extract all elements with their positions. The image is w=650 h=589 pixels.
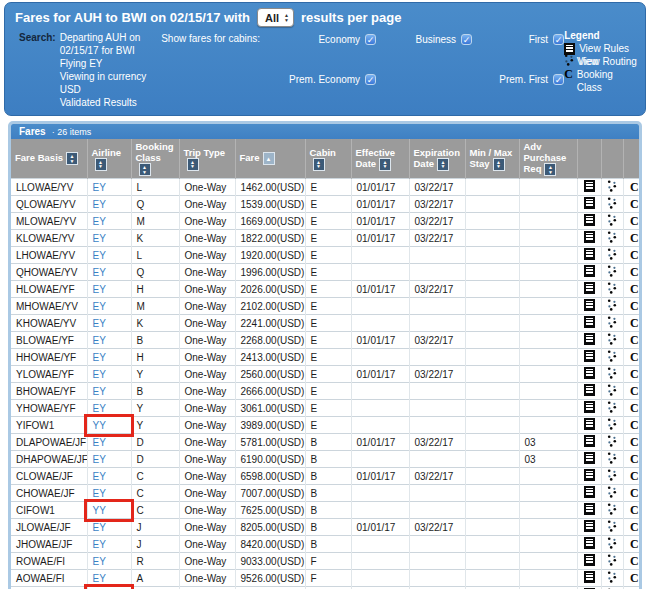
cell-airline[interactable]: EY: [87, 179, 131, 196]
col-expiration-date[interactable]: Expiration Date▲▼: [409, 139, 465, 179]
cell-airline[interactable]: EY: [87, 553, 131, 570]
view-routing-button[interactable]: [601, 230, 623, 247]
cell-airline[interactable]: EY: [87, 400, 131, 417]
cell-airline[interactable]: EY: [87, 332, 131, 349]
view-rules-button[interactable]: [577, 213, 601, 230]
col-cabin[interactable]: Cabin▲▼: [305, 139, 351, 179]
view-booking-class-button[interactable]: C: [623, 315, 642, 332]
cabin-business-checkbox[interactable]: [461, 34, 472, 45]
cabin-first[interactable]: First: [472, 32, 564, 46]
view-routing-button[interactable]: [601, 315, 623, 332]
cell-airline[interactable]: EY: [87, 213, 131, 230]
view-routing-button[interactable]: [601, 298, 623, 315]
view-rules-button[interactable]: [577, 519, 601, 536]
view-routing-button[interactable]: [601, 383, 623, 400]
view-rules-button[interactable]: [577, 485, 601, 502]
cell-airline[interactable]: EY: [87, 298, 131, 315]
view-routing-button[interactable]: [601, 400, 623, 417]
col-effective-date[interactable]: Effective Date▲▼: [351, 139, 409, 179]
col-airline[interactable]: Airline▲▼: [87, 139, 131, 179]
view-booking-class-button[interactable]: C: [623, 451, 642, 468]
view-routing-button[interactable]: [601, 264, 623, 281]
view-routing-button[interactable]: [601, 536, 623, 553]
cabin-business[interactable]: Business: [376, 32, 472, 46]
view-routing-button[interactable]: [601, 434, 623, 451]
view-routing-button[interactable]: [601, 570, 623, 587]
cabin-first-checkbox[interactable]: [553, 34, 564, 45]
view-booking-class-button[interactable]: C: [623, 332, 642, 349]
view-booking-class-button[interactable]: C: [623, 247, 642, 264]
view-rules-button[interactable]: [577, 366, 601, 383]
cell-airline[interactable]: EY: [87, 196, 131, 213]
view-rules-button[interactable]: [577, 553, 601, 570]
sort-icon[interactable]: ▲▼: [544, 163, 556, 176]
cabin-economy-checkbox[interactable]: [365, 34, 376, 45]
view-routing-button[interactable]: [601, 553, 623, 570]
view-routing-button[interactable]: [601, 451, 623, 468]
view-booking-class-button[interactable]: C: [623, 264, 642, 281]
cabin-prem-first-checkbox[interactable]: [553, 74, 564, 85]
col-min-max-stay[interactable]: Min / Max Stay▲▼: [465, 139, 519, 179]
view-routing-button[interactable]: [601, 332, 623, 349]
cell-airline[interactable]: YY: [87, 502, 131, 519]
view-booking-class-button[interactable]: C: [623, 434, 642, 451]
view-routing-button[interactable]: [601, 196, 623, 213]
results-per-page-select[interactable]: All ▲▼: [257, 8, 294, 27]
view-booking-class-button[interactable]: C: [623, 196, 642, 213]
sort-icon[interactable]: ▲▼: [187, 158, 199, 171]
view-booking-class-button[interactable]: C: [623, 468, 642, 485]
view-booking-class-button[interactable]: C: [623, 281, 642, 298]
view-rules-button[interactable]: [577, 417, 601, 434]
cell-airline[interactable]: EY: [87, 519, 131, 536]
view-rules-button[interactable]: [577, 570, 601, 587]
view-booking-class-button[interactable]: C: [623, 536, 642, 553]
view-booking-class-button[interactable]: C: [623, 400, 642, 417]
cell-airline[interactable]: EY: [87, 536, 131, 553]
view-booking-class-button[interactable]: C: [623, 349, 642, 366]
cell-airline[interactable]: EY: [87, 383, 131, 400]
cell-airline[interactable]: EY: [87, 349, 131, 366]
sort-icon[interactable]: ▲▼: [139, 163, 151, 176]
view-rules-button[interactable]: [577, 281, 601, 298]
cell-airline[interactable]: EY: [87, 468, 131, 485]
view-routing-button[interactable]: [601, 502, 623, 519]
view-rules-button[interactable]: [577, 383, 601, 400]
view-rules-button[interactable]: [577, 179, 601, 196]
col-fare[interactable]: Fare▲: [235, 139, 305, 179]
view-routing-button[interactable]: [601, 485, 623, 502]
cell-airline[interactable]: EY: [87, 264, 131, 281]
view-rules-button[interactable]: [577, 451, 601, 468]
cabin-prem-first[interactable]: Prem. First: [472, 72, 564, 86]
sort-icon[interactable]: ▲▼: [437, 158, 449, 171]
view-booking-class-button[interactable]: C: [623, 485, 642, 502]
view-routing-button[interactable]: [601, 366, 623, 383]
view-booking-class-button[interactable]: C: [623, 519, 642, 536]
cell-airline[interactable]: EY: [87, 230, 131, 247]
cell-airline[interactable]: EY: [87, 485, 131, 502]
sort-icon-ascending[interactable]: ▲: [263, 152, 275, 165]
cabin-prem-economy[interactable]: Prem. Economy: [264, 72, 376, 86]
cell-airline[interactable]: EY: [87, 570, 131, 587]
view-booking-class-button[interactable]: C: [623, 230, 642, 247]
cabin-prem-economy-checkbox[interactable]: [365, 74, 376, 85]
view-rules-button[interactable]: [577, 536, 601, 553]
view-routing-button[interactable]: [601, 213, 623, 230]
view-booking-class-button[interactable]: C: [623, 213, 642, 230]
view-rules-button[interactable]: [577, 247, 601, 264]
view-booking-class-button[interactable]: C: [623, 570, 642, 587]
sort-icon[interactable]: ▲▼: [313, 158, 325, 171]
col-adv-purchase-req[interactable]: Adv Purchase Req▲▼: [519, 139, 577, 179]
view-rules-button[interactable]: [577, 298, 601, 315]
view-rules-button[interactable]: [577, 230, 601, 247]
view-routing-button[interactable]: [601, 349, 623, 366]
view-rules-button[interactable]: [577, 332, 601, 349]
sort-icon[interactable]: ▲▼: [493, 158, 505, 171]
view-routing-button[interactable]: [601, 417, 623, 434]
col-trip-type[interactable]: Trip Type▲▼: [179, 139, 235, 179]
view-booking-class-button[interactable]: C: [623, 417, 642, 434]
view-booking-class-button[interactable]: C: [623, 298, 642, 315]
cell-airline[interactable]: EY: [87, 366, 131, 383]
cell-airline[interactable]: EY: [87, 451, 131, 468]
view-routing-button[interactable]: [601, 247, 623, 264]
view-booking-class-button[interactable]: C: [623, 366, 642, 383]
